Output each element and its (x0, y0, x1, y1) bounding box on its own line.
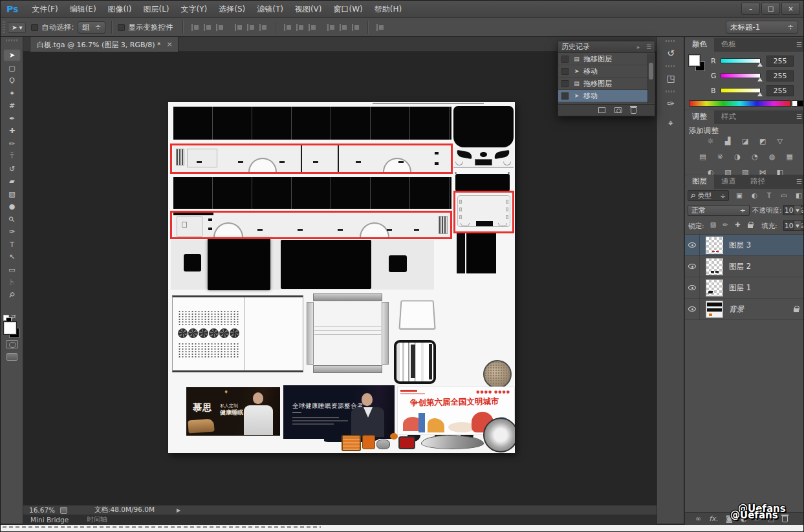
tab-timeline[interactable]: 时间轴 (87, 515, 107, 524)
layer-name[interactable]: 图层 2 (729, 262, 751, 271)
menu-help[interactable]: 帮助(H) (369, 1, 407, 18)
spectrum-black-swatch[interactable] (798, 100, 803, 107)
blend-mode-dropdown[interactable]: 正常 ÷ (688, 205, 750, 216)
tab-color[interactable]: 颜色 (685, 37, 714, 52)
history-step[interactable]: ▤ 拖移图层 (558, 53, 647, 65)
spectrum-white-swatch[interactable] (792, 100, 798, 107)
screen-mode-button[interactable] (6, 353, 17, 361)
history-source-checkbox[interactable] (561, 80, 569, 87)
menu-filter[interactable]: 滤镜(T) (251, 1, 289, 18)
canvas[interactable]: ♦ 慕思 私人定制 健康睡眠 全球健康睡眠资源整合者 (168, 102, 515, 453)
brush-dock-icon[interactable]: ✑ (661, 95, 680, 112)
tab-mini-bridge[interactable]: Mini Bridge (30, 516, 69, 524)
channel-r-value[interactable]: 255 (766, 56, 794, 67)
distribute-horizontal-centers-icon[interactable] (339, 23, 347, 32)
clone-source-dock-icon[interactable]: ⌖ (661, 114, 680, 131)
levels-icon[interactable]: ▟ (721, 136, 735, 147)
distribute-top-edges-icon[interactable] (283, 23, 292, 32)
channel-b-slider[interactable] (721, 88, 761, 93)
layer-name[interactable]: 图层 1 (729, 283, 751, 293)
layer-thumbnail[interactable] (706, 258, 723, 275)
history-scrollbar[interactable] (647, 54, 654, 103)
new-document-from-state-icon[interactable] (598, 107, 605, 113)
new-layer-icon[interactable]: ▢ (768, 515, 774, 523)
photo-filter-icon[interactable]: ◔ (748, 152, 761, 162)
history-step[interactable]: ▤ 拖移图层 (558, 78, 647, 90)
brightness-contrast-icon[interactable]: ☼ (704, 136, 717, 147)
panel-menu-icon[interactable]: ☰ (796, 113, 802, 120)
fill-dropdown-arrow[interactable]: ▼ (794, 220, 801, 231)
brush-tool[interactable]: ✏ (3, 138, 21, 150)
history-step[interactable]: ➤ 移动 (558, 65, 647, 78)
delete-layer-icon[interactable] (782, 516, 788, 522)
opacity-dropdown-arrow[interactable]: ▼ (794, 205, 801, 215)
link-layers-icon[interactable]: ∞ (695, 515, 701, 523)
tab-channels[interactable]: 通道 (714, 175, 743, 189)
workspace-switcher[interactable]: 未标题-1 ÷ (726, 21, 798, 34)
menu-edit[interactable]: 编辑(E) (64, 1, 102, 18)
panel-menu-icon[interactable]: ☰ (796, 41, 802, 48)
delete-state-icon[interactable] (631, 107, 636, 114)
align-horizontal-centers-icon[interactable] (246, 23, 255, 32)
channel-r-slider[interactable] (721, 58, 761, 63)
layer-filter-type-dropdown[interactable]: ⚲ 类型 ÷ (688, 190, 729, 201)
hue-saturation-icon[interactable]: ▤ (696, 152, 710, 162)
layer-visibility-toggle[interactable] (685, 256, 700, 277)
distribute-left-edges-icon[interactable] (327, 23, 335, 32)
dodge-tool[interactable]: ⚲ (3, 213, 21, 226)
eyedropper-tool[interactable]: ✒ (3, 112, 21, 125)
layer-visibility-toggle[interactable] (685, 299, 700, 319)
rectangle-tool[interactable]: ▭ (3, 264, 21, 276)
menu-layer[interactable]: 图层(L) (137, 1, 175, 18)
crop-tool[interactable]: # (3, 100, 21, 112)
type-tool[interactable]: T (3, 239, 21, 251)
foreground-color-swatch[interactable] (689, 55, 700, 66)
color-lookup-icon[interactable]: ▦ (783, 152, 796, 162)
gradient-tool[interactable]: ▧ (3, 188, 21, 200)
vibrance-icon[interactable]: ▽ (773, 136, 787, 147)
color-spectrum-ramp[interactable] (689, 100, 791, 107)
auto-select-checkbox[interactable] (31, 24, 38, 31)
rectangular-marquee-tool[interactable]: ▢ (3, 62, 21, 74)
align-bottom-edges-icon[interactable] (215, 23, 224, 32)
clone-stamp-tool[interactable]: ⍑ (3, 150, 21, 162)
lock-all-icon[interactable] (745, 220, 755, 229)
panel-menu-icon[interactable]: ☰ (646, 44, 651, 50)
lock-image-pixels-icon[interactable]: ✏ (721, 220, 730, 229)
foreground-color-swatch[interactable] (4, 322, 16, 334)
tab-layers[interactable]: 图层 (685, 175, 714, 189)
background-layer-row[interactable]: 背景 (685, 299, 804, 320)
history-source-checkbox[interactable] (561, 56, 569, 63)
history-dock-icon[interactable]: ↺ (661, 45, 680, 61)
auto-align-layers-icon[interactable] (376, 23, 384, 32)
menu-window[interactable]: 窗口(W) (328, 1, 369, 18)
eraser-tool[interactable]: ▰ (3, 175, 21, 187)
layer-visibility-toggle[interactable] (685, 277, 700, 298)
align-right-edges-icon[interactable] (259, 23, 267, 32)
tab-styles[interactable]: 样式 (714, 110, 743, 124)
layer-row[interactable]: 图层 2 (685, 256, 804, 277)
color-balance-icon[interactable]: ※ (713, 152, 727, 162)
layer-name[interactable]: 背景 (729, 304, 744, 314)
collapse-panel-icon[interactable]: » (636, 44, 640, 50)
filter-shape-layers-icon[interactable]: ▭ (779, 191, 789, 200)
spot-healing-brush-tool[interactable]: ✚ (3, 125, 21, 137)
slider-thumb-icon[interactable] (757, 63, 763, 67)
filter-adjustment-layers-icon[interactable]: ◐ (749, 191, 759, 200)
panel-menu-icon[interactable]: ☰ (796, 178, 802, 185)
filter-smart-objects-icon[interactable]: ◧ (794, 191, 804, 200)
quick-selection-tool[interactable]: ✦ (3, 87, 21, 100)
menu-type[interactable]: 文字(Y) (175, 1, 213, 18)
document-tab[interactable]: 白板.tga @ 16.7% (图层 3, RGB/8) * × (30, 37, 179, 52)
layer-visibility-toggle[interactable] (685, 235, 700, 255)
new-group-icon[interactable]: ▱ (754, 515, 759, 523)
filter-type-layers-icon[interactable]: T (764, 191, 774, 200)
distribute-vertical-centers-icon[interactable] (296, 23, 304, 32)
document-size-info[interactable]: 文档:48.0M/96.0M (94, 505, 155, 515)
menu-image[interactable]: 图像(I) (102, 1, 138, 18)
maximize-button[interactable]: □ (761, 3, 780, 15)
channel-g-value[interactable]: 255 (766, 70, 794, 81)
default-colors-icon[interactable] (3, 315, 9, 321)
history-panel-header[interactable]: 历史记录 » ☰ (558, 41, 655, 53)
minimize-button[interactable]: – (741, 3, 760, 15)
